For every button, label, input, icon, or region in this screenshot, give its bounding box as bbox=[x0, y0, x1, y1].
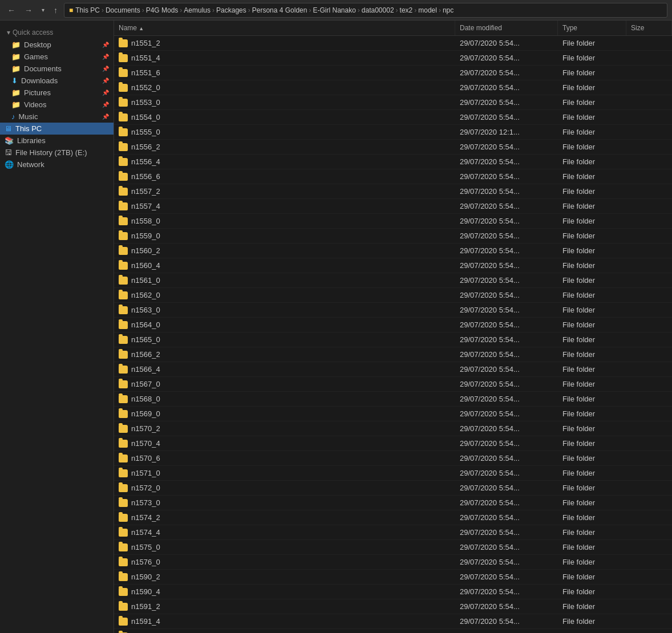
table-row[interactable]: n1557_2 29/07/2020 5:54... File folder bbox=[114, 184, 672, 199]
sidebar-item-filehistory[interactable]: 🖫 File History (2TB) (E:) bbox=[0, 147, 114, 159]
file-size-cell bbox=[626, 111, 672, 123]
table-row[interactable]: n1575_0 29/07/2020 5:54... File folder bbox=[114, 540, 672, 555]
table-row[interactable]: n1557_4 29/07/2020 5:54... File folder bbox=[114, 199, 672, 214]
sidebar-item-network[interactable]: 🌐 Network bbox=[0, 159, 114, 171]
recent-button[interactable]: ▾ bbox=[39, 6, 47, 14]
folder-icon bbox=[119, 351, 128, 359]
sidebar-item-thispc[interactable]: 🖥 This PC bbox=[0, 123, 114, 135]
breadcrumb-persona4golden[interactable]: Persona 4 Golden bbox=[252, 6, 307, 14]
breadcrumb-tex2[interactable]: tex2 bbox=[400, 6, 413, 14]
table-row[interactable]: n1570_2 29/07/2020 5:54... File folder bbox=[114, 421, 672, 436]
pin-icon: 📌 bbox=[102, 78, 109, 84]
pin-icon: 📌 bbox=[102, 54, 109, 60]
table-row[interactable]: n1572_0 29/07/2020 5:54... File folder bbox=[114, 481, 672, 496]
file-modified-cell: 29/07/2020 5:54... bbox=[455, 437, 558, 449]
table-row[interactable]: n1554_0 29/07/2020 5:54... File folder bbox=[114, 110, 672, 125]
table-row[interactable]: n1592_0 29/07/2020 5:54... File folder bbox=[114, 629, 672, 633]
table-row[interactable]: n1591_2 29/07/2020 5:54... File folder bbox=[114, 599, 672, 614]
table-row[interactable]: n1562_0 29/07/2020 5:54... File folder bbox=[114, 288, 672, 303]
breadcrumb-egirlnanako[interactable]: E-Girl Nanako bbox=[313, 6, 355, 14]
table-row[interactable]: n1590_2 29/07/2020 5:54... File folder bbox=[114, 570, 672, 585]
folder-icon bbox=[119, 603, 128, 611]
up-button[interactable]: ↑ bbox=[51, 5, 60, 16]
table-row[interactable]: n1564_0 29/07/2020 5:54... File folder bbox=[114, 318, 672, 332]
table-row[interactable]: n1555_0 29/07/2020 12:1... File folder bbox=[114, 125, 672, 140]
table-row[interactable]: n1559_0 29/07/2020 5:54... File folder bbox=[114, 229, 672, 244]
breadcrumb[interactable]: ■ This PC › Documents › P4G Mods › Aemul… bbox=[64, 3, 667, 18]
table-row[interactable]: n1569_0 29/07/2020 5:54... File folder bbox=[114, 407, 672, 421]
sidebar-section-quick-access[interactable]: ▾ Quick access bbox=[0, 25, 114, 39]
file-name: n1573_0 bbox=[131, 498, 160, 507]
table-row[interactable]: n1566_2 29/07/2020 5:54... File folder bbox=[114, 347, 672, 362]
file-size-cell bbox=[626, 408, 672, 420]
column-modified[interactable]: Date modified bbox=[455, 21, 558, 35]
file-type: File folder bbox=[562, 335, 595, 344]
table-row[interactable]: n1571_0 29/07/2020 5:54... File folder bbox=[114, 466, 672, 481]
file-name: n1572_0 bbox=[131, 484, 160, 492]
table-row[interactable]: n1567_0 29/07/2020 5:54... File folder bbox=[114, 377, 672, 392]
file-name: n1563_0 bbox=[131, 306, 160, 314]
sidebar-item-documents[interactable]: 📁 Documents 📌 bbox=[0, 63, 114, 75]
file-size-cell bbox=[626, 304, 672, 316]
column-size[interactable]: Size bbox=[626, 21, 672, 35]
file-size-cell bbox=[626, 82, 672, 94]
sidebar-item-downloads[interactable]: ⬇ Downloads 📌 bbox=[0, 75, 114, 87]
table-row[interactable]: n1591_4 29/07/2020 5:54... File folder bbox=[114, 614, 672, 629]
table-row[interactable]: n1551_4 29/07/2020 5:54... File folder bbox=[114, 51, 672, 66]
file-name-cell: n1567_0 bbox=[114, 378, 455, 390]
column-type[interactable]: Type bbox=[558, 21, 626, 35]
sidebar-item-label: Desktop bbox=[24, 40, 51, 49]
column-name[interactable]: Name bbox=[114, 21, 455, 35]
folder-icon bbox=[119, 99, 128, 107]
table-row[interactable]: n1560_2 29/07/2020 5:54... File folder bbox=[114, 244, 672, 258]
file-modified: 29/07/2020 5:54... bbox=[460, 291, 520, 299]
breadcrumb-documents[interactable]: Documents bbox=[106, 6, 140, 14]
file-name: n1565_0 bbox=[131, 335, 160, 344]
breadcrumb-p4gmods[interactable]: P4G Mods bbox=[146, 6, 179, 14]
table-row[interactable]: n1573_0 29/07/2020 5:54... File folder bbox=[114, 496, 672, 510]
table-row[interactable]: n1590_4 29/07/2020 5:54... File folder bbox=[114, 585, 672, 599]
breadcrumb-npc[interactable]: npc bbox=[443, 6, 454, 14]
table-row[interactable]: n1556_2 29/07/2020 5:54... File folder bbox=[114, 140, 672, 155]
table-row[interactable]: n1561_0 29/07/2020 5:54... File folder bbox=[114, 273, 672, 288]
sidebar-item-games[interactable]: 📁 Games 📌 bbox=[0, 51, 114, 63]
table-row[interactable]: n1576_0 29/07/2020 5:54... File folder bbox=[114, 555, 672, 570]
table-row[interactable]: n1568_0 29/07/2020 5:54... File folder bbox=[114, 392, 672, 407]
forward-button[interactable]: → bbox=[22, 5, 35, 16]
back-button[interactable]: ← bbox=[5, 5, 18, 16]
file-modified: 29/07/2020 5:54... bbox=[460, 276, 520, 285]
breadcrumb-data00002[interactable]: data00002 bbox=[362, 6, 394, 14]
folder-icon bbox=[119, 380, 128, 388]
table-row[interactable]: n1558_0 29/07/2020 5:54... File folder bbox=[114, 214, 672, 229]
table-row[interactable]: n1574_4 29/07/2020 5:54... File folder bbox=[114, 525, 672, 540]
table-row[interactable]: n1570_4 29/07/2020 5:54... File folder bbox=[114, 436, 672, 451]
table-row[interactable]: n1565_0 29/07/2020 5:54... File folder bbox=[114, 332, 672, 347]
sidebar-item-libraries[interactable]: 📚 Libraries bbox=[0, 135, 114, 147]
table-row[interactable]: n1574_2 29/07/2020 5:54... File folder bbox=[114, 510, 672, 525]
table-row[interactable]: n1551_6 29/07/2020 5:54... File folder bbox=[114, 66, 672, 80]
file-modified-cell: 29/07/2020 5:54... bbox=[455, 630, 558, 633]
file-type: File folder bbox=[562, 39, 595, 47]
breadcrumb-model[interactable]: model bbox=[418, 6, 437, 14]
file-name-cell: n1590_2 bbox=[114, 571, 455, 583]
table-row[interactable]: n1552_0 29/07/2020 5:54... File folder bbox=[114, 80, 672, 95]
sidebar-item-pictures[interactable]: 📁 Pictures 📌 bbox=[0, 87, 114, 99]
table-row[interactable]: n1566_4 29/07/2020 5:54... File folder bbox=[114, 362, 672, 377]
table-row[interactable]: n1551_2 29/07/2020 5:54... File folder bbox=[114, 36, 672, 51]
sidebar-item-music[interactable]: ♪ Music 📌 bbox=[0, 111, 114, 123]
file-size-cell bbox=[626, 393, 672, 405]
breadcrumb-thispc[interactable]: This PC bbox=[75, 6, 100, 14]
table-row[interactable]: n1556_4 29/07/2020 5:54... File folder bbox=[114, 155, 672, 169]
table-row[interactable]: n1563_0 29/07/2020 5:54... File folder bbox=[114, 303, 672, 318]
breadcrumb-packages[interactable]: Packages bbox=[216, 6, 246, 14]
table-row[interactable]: n1556_6 29/07/2020 5:54... File folder bbox=[114, 169, 672, 184]
file-name-cell: n1554_0 bbox=[114, 111, 455, 123]
file-name-cell: n1556_2 bbox=[114, 141, 455, 153]
table-row[interactable]: n1570_6 29/07/2020 5:54... File folder bbox=[114, 451, 672, 466]
breadcrumb-aemulus[interactable]: Aemulus bbox=[184, 6, 210, 14]
table-row[interactable]: n1560_4 29/07/2020 5:54... File folder bbox=[114, 258, 672, 273]
table-row[interactable]: n1553_0 29/07/2020 5:54... File folder bbox=[114, 95, 672, 110]
sidebar-item-desktop[interactable]: 📁 Desktop 📌 bbox=[0, 39, 114, 51]
folder-icon bbox=[119, 54, 128, 62]
sidebar-item-videos[interactable]: 📁 Videos 📌 bbox=[0, 99, 114, 111]
